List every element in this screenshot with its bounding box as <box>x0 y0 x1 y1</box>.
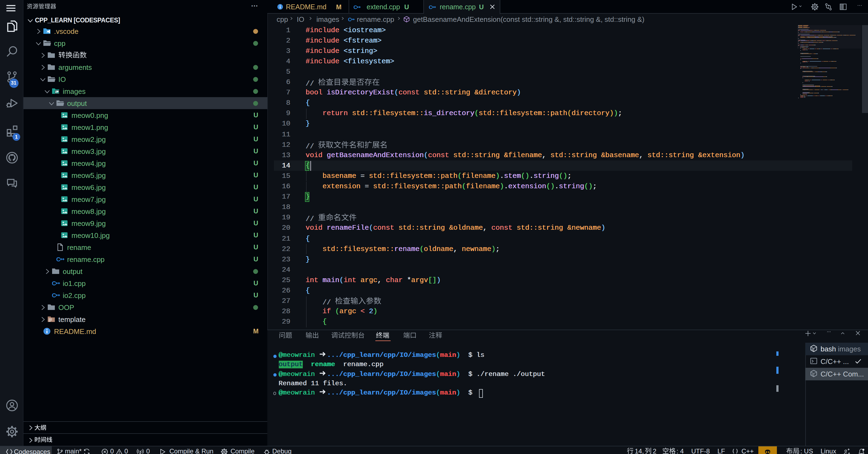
svg-text:C: C <box>348 17 352 22</box>
svg-text:$: $ <box>811 349 813 352</box>
svg-text:$: $ <box>811 373 813 376</box>
svg-text:C: C <box>429 4 433 10</box>
svg-text:C: C <box>353 4 358 10</box>
svg-text:C: C <box>52 292 56 299</box>
svg-text:C: C <box>52 280 56 287</box>
svg-text:C: C <box>56 256 61 263</box>
